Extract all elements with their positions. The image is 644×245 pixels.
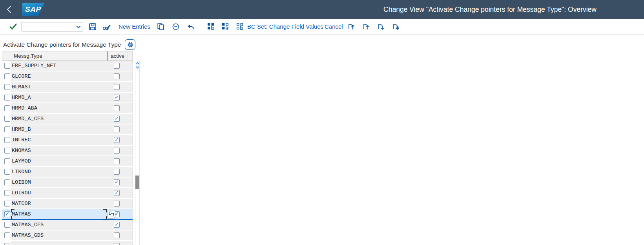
active-checkbox[interactable] [114, 222, 120, 228]
select-block-button[interactable] [222, 19, 229, 34]
table-row[interactable]: MATMAS_GDS [2, 230, 133, 241]
table-row[interactable]: FRE_SUPPLY_NET [2, 61, 133, 71]
table-row[interactable]: GLMAST [2, 82, 133, 93]
row-select-checkbox[interactable] [4, 116, 10, 122]
save-button[interactable] [89, 19, 96, 34]
bc-set-button[interactable]: BC Set: Change Field Values [247, 19, 323, 34]
enter-button[interactable] [9, 19, 17, 34]
message-type-cell[interactable]: LAYMOD [11, 156, 107, 166]
row-select-checkbox[interactable] [4, 201, 10, 207]
copy-entries-button[interactable] [157, 19, 164, 34]
scroll-down-icon[interactable] [136, 66, 139, 69]
active-checkbox[interactable] [114, 158, 120, 164]
active-checkbox[interactable] [114, 116, 120, 122]
select-column-header[interactable] [2, 51, 11, 60]
command-field[interactable] [22, 22, 83, 31]
message-type-cell[interactable]: HRMD_A_CFS [11, 114, 107, 124]
active-checkbox[interactable] [114, 137, 120, 143]
next-page-button[interactable] [378, 19, 385, 34]
new-entries-button[interactable]: New Entries [119, 19, 150, 34]
deselect-all-button[interactable] [236, 19, 244, 34]
active-checkbox[interactable] [114, 232, 120, 238]
active-checkbox[interactable] [114, 201, 120, 207]
row-select-checkbox[interactable] [4, 73, 10, 79]
select-all-button[interactable] [207, 19, 215, 34]
previous-page-button[interactable] [363, 19, 370, 34]
row-select-checkbox[interactable] [4, 179, 10, 185]
row-select-checkbox[interactable] [4, 211, 10, 217]
message-type-cell[interactable] [11, 241, 107, 245]
first-page-button[interactable] [348, 19, 355, 34]
table-row[interactable]: INFREC [2, 135, 133, 146]
active-checkbox[interactable] [114, 95, 120, 101]
row-select-checkbox[interactable] [4, 105, 10, 111]
active-checkbox[interactable] [114, 243, 120, 245]
table-row[interactable]: HRMD_A [2, 93, 133, 103]
active-checkbox[interactable] [114, 179, 120, 185]
message-type-cell[interactable]: LIKOND [11, 167, 107, 177]
undo-button[interactable] [187, 19, 194, 34]
row-select-checkbox[interactable] [4, 158, 10, 164]
row-select-checkbox[interactable] [4, 232, 10, 238]
message-type-cell[interactable]: HRMD_B [11, 124, 107, 134]
row-select-checkbox[interactable] [4, 95, 10, 101]
last-page-button[interactable] [392, 19, 400, 34]
message-type-cell[interactable]: MATMAS_CFS [11, 220, 107, 230]
active-checkbox[interactable] [114, 73, 120, 79]
dropdown-icon[interactable] [76, 26, 81, 29]
row-select-checkbox[interactable] [4, 126, 10, 132]
table-row[interactable]: MATCOR [2, 199, 133, 209]
table-row[interactable]: LAYMOD [2, 156, 133, 167]
table-row[interactable]: LIKOND [2, 167, 133, 177]
message-type-cell[interactable]: INFREC [11, 135, 107, 145]
scroll-up-icon[interactable] [136, 62, 139, 65]
active-checkbox[interactable] [114, 63, 120, 69]
table-row[interactable]: HRMD_B [2, 124, 133, 135]
active-checkbox[interactable] [114, 148, 120, 154]
active-checkbox[interactable] [114, 105, 120, 111]
scrollbar-thumb[interactable] [135, 176, 139, 189]
table-row[interactable]: LOIROU [2, 188, 133, 199]
table-row[interactable]: MATMAS [2, 209, 133, 220]
table-row[interactable]: MATMAS_CFS [2, 220, 133, 230]
message-type-cell[interactable]: FRE_SUPPLY_NET [11, 61, 107, 71]
row-select-checkbox[interactable] [4, 63, 10, 69]
active-checkbox[interactable] [114, 84, 120, 90]
back-button[interactable] [6, 5, 13, 13]
table-row[interactable] [2, 241, 133, 245]
table-row[interactable]: GLCORE [2, 71, 133, 82]
messg-type-column-header[interactable]: Messg.Type [11, 51, 107, 60]
active-column-header[interactable]: active [107, 51, 128, 60]
row-select-checkbox[interactable] [4, 137, 10, 143]
message-type-cell[interactable]: MATMAS_GDS [11, 230, 107, 240]
delete-button[interactable] [172, 19, 179, 34]
table-row[interactable]: LOIBOM [2, 177, 133, 188]
active-checkbox[interactable] [114, 169, 120, 175]
command-input[interactable] [23, 23, 73, 31]
message-type-cell[interactable]: LOIROU [11, 188, 107, 198]
row-select-checkbox[interactable] [4, 84, 10, 90]
message-type-cell[interactable]: MATMAS [11, 209, 107, 219]
message-type-cell[interactable]: HRMD_A [11, 93, 107, 102]
vertical-scrollbar[interactable] [135, 61, 140, 245]
row-select-checkbox[interactable] [4, 148, 10, 154]
table-row[interactable]: KNOMAS [2, 146, 133, 156]
copy-handle-icon[interactable] [107, 210, 115, 218]
message-type-cell[interactable]: GLCORE [11, 71, 107, 81]
display-change-button[interactable] [102, 19, 111, 34]
table-settings-button[interactable] [125, 39, 135, 50]
row-select-checkbox[interactable] [4, 222, 10, 228]
message-type-cell[interactable]: HRMD_ABA [11, 103, 107, 113]
table-row[interactable]: HRMD_A_CFS [2, 114, 133, 124]
row-select-checkbox[interactable] [4, 243, 10, 245]
active-checkbox[interactable] [114, 190, 120, 196]
cancel-button[interactable]: Cancel [325, 19, 343, 34]
table-row[interactable]: HRMD_ABA [2, 103, 133, 114]
active-checkbox[interactable] [114, 126, 120, 132]
message-type-cell[interactable]: LOIBOM [11, 177, 107, 187]
row-select-checkbox[interactable] [4, 190, 10, 196]
row-select-checkbox[interactable] [4, 169, 10, 175]
message-type-cell[interactable]: GLMAST [11, 82, 107, 92]
message-type-cell[interactable]: MATCOR [11, 199, 107, 208]
message-type-cell[interactable]: KNOMAS [11, 146, 107, 155]
